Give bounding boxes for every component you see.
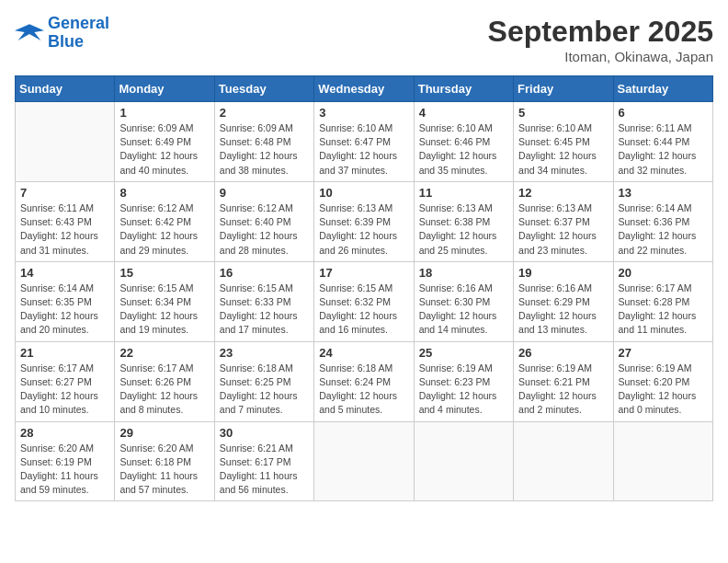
day-number: 27 xyxy=(619,346,708,360)
day-number: 8 xyxy=(119,186,209,200)
day-info: Sunrise: 6:14 AM Sunset: 6:35 PM Dayligh… xyxy=(20,282,109,338)
day-number: 1 xyxy=(119,106,209,120)
logo-text: General Blue xyxy=(48,15,109,52)
day-info: Sunrise: 6:14 AM Sunset: 6:36 PM Dayligh… xyxy=(619,201,708,258)
day-number: 3 xyxy=(319,106,408,120)
day-number: 22 xyxy=(119,346,209,360)
weekday-header: Wednesday xyxy=(314,76,414,102)
day-info: Sunrise: 6:19 AM Sunset: 6:21 PM Dayligh… xyxy=(518,362,608,418)
calendar-cell: 24Sunrise: 6:18 AM Sunset: 6:24 PM Dayli… xyxy=(314,341,414,421)
day-number: 14 xyxy=(20,266,109,280)
calendar-cell: 29Sunrise: 6:20 AM Sunset: 6:18 PM Dayli… xyxy=(115,421,214,501)
day-info: Sunrise: 6:16 AM Sunset: 6:29 PM Dayligh… xyxy=(518,282,608,338)
logo: General Blue xyxy=(15,15,109,52)
day-number: 18 xyxy=(419,266,508,280)
day-info: Sunrise: 6:15 AM Sunset: 6:33 PM Dayligh… xyxy=(220,282,309,338)
day-number: 23 xyxy=(220,346,309,360)
day-number: 26 xyxy=(518,346,608,360)
day-number: 17 xyxy=(319,266,408,280)
calendar-week-row: 14Sunrise: 6:14 AM Sunset: 6:35 PM Dayli… xyxy=(16,261,713,341)
calendar-cell: 22Sunrise: 6:17 AM Sunset: 6:26 PM Dayli… xyxy=(115,341,214,421)
calendar-table: SundayMondayTuesdayWednesdayThursdayFrid… xyxy=(15,75,713,501)
weekday-header: Sunday xyxy=(16,76,115,102)
day-number: 28 xyxy=(20,426,109,440)
day-info: Sunrise: 6:12 AM Sunset: 6:42 PM Dayligh… xyxy=(119,201,209,258)
calendar-cell: 18Sunrise: 6:16 AM Sunset: 6:30 PM Dayli… xyxy=(414,261,513,341)
day-number: 5 xyxy=(518,106,608,120)
logo-line2: Blue xyxy=(48,32,84,51)
calendar-cell: 23Sunrise: 6:18 AM Sunset: 6:25 PM Dayli… xyxy=(214,341,313,421)
day-info: Sunrise: 6:20 AM Sunset: 6:19 PM Dayligh… xyxy=(20,442,109,498)
logo-icon xyxy=(15,20,44,46)
weekday-header: Tuesday xyxy=(214,76,313,102)
day-number: 19 xyxy=(518,266,608,280)
weekday-header: Friday xyxy=(514,76,613,102)
logo-line1: General xyxy=(48,14,109,32)
day-number: 4 xyxy=(419,106,508,120)
day-info: Sunrise: 6:20 AM Sunset: 6:18 PM Dayligh… xyxy=(119,442,209,498)
weekday-header: Thursday xyxy=(414,76,513,102)
calendar-cell xyxy=(514,421,613,501)
calendar-cell xyxy=(314,421,414,501)
day-info: Sunrise: 6:11 AM Sunset: 6:43 PM Dayligh… xyxy=(20,201,109,258)
day-info: Sunrise: 6:17 AM Sunset: 6:26 PM Dayligh… xyxy=(119,362,209,418)
day-number: 29 xyxy=(119,426,209,440)
calendar-cell: 30Sunrise: 6:21 AM Sunset: 6:17 PM Dayli… xyxy=(214,421,313,501)
calendar-cell: 17Sunrise: 6:15 AM Sunset: 6:32 PM Dayli… xyxy=(314,261,414,341)
calendar-cell: 4Sunrise: 6:10 AM Sunset: 6:46 PM Daylig… xyxy=(414,102,513,182)
day-info: Sunrise: 6:13 AM Sunset: 6:39 PM Dayligh… xyxy=(319,201,408,258)
calendar-cell: 26Sunrise: 6:19 AM Sunset: 6:21 PM Dayli… xyxy=(514,341,613,421)
day-number: 2 xyxy=(220,106,309,120)
calendar-cell: 10Sunrise: 6:13 AM Sunset: 6:39 PM Dayli… xyxy=(314,181,414,261)
day-number: 24 xyxy=(319,346,408,360)
calendar-week-row: 7Sunrise: 6:11 AM Sunset: 6:43 PM Daylig… xyxy=(16,181,713,261)
calendar-cell: 20Sunrise: 6:17 AM Sunset: 6:28 PM Dayli… xyxy=(613,261,712,341)
day-number: 15 xyxy=(119,266,209,280)
day-info: Sunrise: 6:18 AM Sunset: 6:25 PM Dayligh… xyxy=(220,362,309,418)
weekday-header: Saturday xyxy=(613,76,712,102)
day-number: 20 xyxy=(619,266,708,280)
calendar-cell xyxy=(16,102,115,182)
day-info: Sunrise: 6:17 AM Sunset: 6:27 PM Dayligh… xyxy=(20,362,109,418)
calendar-cell: 21Sunrise: 6:17 AM Sunset: 6:27 PM Dayli… xyxy=(16,341,115,421)
calendar-cell: 12Sunrise: 6:13 AM Sunset: 6:37 PM Dayli… xyxy=(514,181,613,261)
day-number: 12 xyxy=(518,186,608,200)
day-info: Sunrise: 6:15 AM Sunset: 6:34 PM Dayligh… xyxy=(119,282,209,338)
calendar-week-row: 21Sunrise: 6:17 AM Sunset: 6:27 PM Dayli… xyxy=(16,341,713,421)
calendar-cell xyxy=(613,421,712,501)
weekday-header-row: SundayMondayTuesdayWednesdayThursdayFrid… xyxy=(16,76,713,102)
calendar-cell: 16Sunrise: 6:15 AM Sunset: 6:33 PM Dayli… xyxy=(214,261,313,341)
day-info: Sunrise: 6:21 AM Sunset: 6:17 PM Dayligh… xyxy=(220,442,309,498)
day-info: Sunrise: 6:09 AM Sunset: 6:49 PM Dayligh… xyxy=(119,121,209,178)
calendar-cell: 9Sunrise: 6:12 AM Sunset: 6:40 PM Daylig… xyxy=(214,181,313,261)
day-info: Sunrise: 6:17 AM Sunset: 6:28 PM Dayligh… xyxy=(619,282,708,338)
calendar-cell: 8Sunrise: 6:12 AM Sunset: 6:42 PM Daylig… xyxy=(115,181,214,261)
day-number: 25 xyxy=(419,346,508,360)
day-number: 6 xyxy=(619,106,708,120)
day-info: Sunrise: 6:19 AM Sunset: 6:20 PM Dayligh… xyxy=(619,362,708,418)
calendar-cell: 7Sunrise: 6:11 AM Sunset: 6:43 PM Daylig… xyxy=(16,181,115,261)
day-number: 30 xyxy=(220,426,309,440)
calendar-cell: 2Sunrise: 6:09 AM Sunset: 6:48 PM Daylig… xyxy=(214,102,313,182)
day-info: Sunrise: 6:13 AM Sunset: 6:37 PM Dayligh… xyxy=(518,201,608,258)
month-title: September 2025 xyxy=(488,15,713,49)
calendar-cell xyxy=(414,421,513,501)
day-info: Sunrise: 6:10 AM Sunset: 6:45 PM Dayligh… xyxy=(518,121,608,178)
calendar-cell: 14Sunrise: 6:14 AM Sunset: 6:35 PM Dayli… xyxy=(16,261,115,341)
title-block: September 2025 Itoman, Okinawa, Japan xyxy=(488,15,713,64)
day-info: Sunrise: 6:18 AM Sunset: 6:24 PM Dayligh… xyxy=(319,362,408,418)
day-info: Sunrise: 6:11 AM Sunset: 6:44 PM Dayligh… xyxy=(619,121,708,178)
calendar-cell: 6Sunrise: 6:11 AM Sunset: 6:44 PM Daylig… xyxy=(613,102,712,182)
calendar-cell: 27Sunrise: 6:19 AM Sunset: 6:20 PM Dayli… xyxy=(613,341,712,421)
day-number: 7 xyxy=(20,186,109,200)
day-number: 10 xyxy=(319,186,408,200)
calendar-cell: 3Sunrise: 6:10 AM Sunset: 6:47 PM Daylig… xyxy=(314,102,414,182)
day-number: 9 xyxy=(220,186,309,200)
day-info: Sunrise: 6:10 AM Sunset: 6:47 PM Dayligh… xyxy=(319,121,408,178)
calendar-week-row: 28Sunrise: 6:20 AM Sunset: 6:19 PM Dayli… xyxy=(16,421,713,501)
day-number: 16 xyxy=(220,266,309,280)
day-info: Sunrise: 6:12 AM Sunset: 6:40 PM Dayligh… xyxy=(220,201,309,258)
calendar-cell: 25Sunrise: 6:19 AM Sunset: 6:23 PM Dayli… xyxy=(414,341,513,421)
svg-marker-0 xyxy=(15,24,44,40)
calendar-cell: 11Sunrise: 6:13 AM Sunset: 6:38 PM Dayli… xyxy=(414,181,513,261)
